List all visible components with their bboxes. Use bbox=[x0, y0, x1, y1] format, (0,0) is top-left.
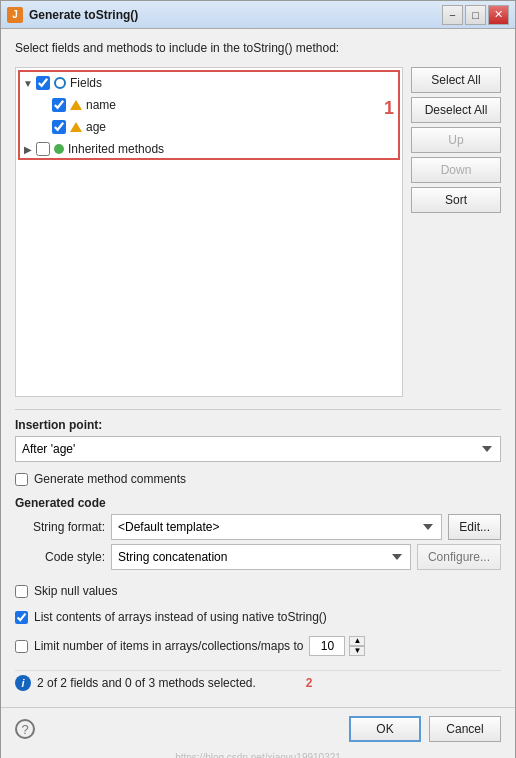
generated-code-label: Generated code bbox=[15, 496, 501, 510]
footer-buttons: OK Cancel bbox=[349, 716, 501, 742]
divider-1 bbox=[15, 409, 501, 410]
status-number-2: 2 bbox=[306, 676, 313, 690]
string-format-select[interactable]: <Default template> Apache Commons Guava bbox=[111, 514, 442, 540]
limit-items-row: Limit number of items in arrays/collecti… bbox=[15, 636, 501, 656]
maximize-button[interactable]: □ bbox=[465, 5, 486, 25]
window-title: Generate toString() bbox=[29, 8, 442, 22]
list-contents-checkbox[interactable] bbox=[15, 611, 28, 624]
side-buttons-panel: Select All Deselect All Up Down Sort bbox=[411, 67, 501, 397]
spinner-up-button[interactable]: ▲ bbox=[349, 636, 365, 646]
code-style-row: Code style: String concatenation StringB… bbox=[15, 544, 501, 570]
status-text-content: 2 of 2 fields and 0 of 3 methods selecte… bbox=[37, 676, 256, 690]
generate-comments-row: Generate method comments bbox=[15, 472, 501, 486]
description-text: Select fields and methods to include in … bbox=[15, 41, 501, 55]
sort-button[interactable]: Sort bbox=[411, 187, 501, 213]
footer-left: ? bbox=[15, 719, 35, 739]
deselect-all-button[interactable]: Deselect All bbox=[411, 97, 501, 123]
tree-panel: ▼ Fields ▶ name ▶ bbox=[15, 67, 403, 397]
footer-bar: ? OK Cancel bbox=[1, 707, 515, 750]
cancel-button[interactable]: Cancel bbox=[429, 716, 501, 742]
status-text: 2 of 2 fields and 0 of 3 methods selecte… bbox=[37, 676, 313, 690]
limit-spinner-input[interactable]: 10 bbox=[309, 636, 345, 656]
label-1: 1 bbox=[384, 98, 394, 119]
skip-null-row: Skip null values bbox=[15, 584, 501, 598]
tree-selection-outline bbox=[18, 70, 400, 160]
edit-button[interactable]: Edit... bbox=[448, 514, 501, 540]
content-area: Select fields and methods to include in … bbox=[1, 29, 515, 707]
select-all-button[interactable]: Select All bbox=[411, 67, 501, 93]
spinner-buttons: ▲ ▼ bbox=[349, 636, 365, 656]
configure-button[interactable]: Configure... bbox=[417, 544, 501, 570]
generate-comments-checkbox[interactable] bbox=[15, 473, 28, 486]
insertion-section: Insertion point: After 'age' At beginnin… bbox=[15, 405, 501, 462]
status-bar: i 2 of 2 fields and 0 of 3 methods selec… bbox=[15, 670, 501, 695]
skip-null-checkbox[interactable] bbox=[15, 585, 28, 598]
window-icon: J bbox=[7, 7, 23, 23]
insertion-point-select[interactable]: After 'age' At beginning At end bbox=[15, 436, 501, 462]
close-button[interactable]: ✕ bbox=[488, 5, 509, 25]
title-bar-buttons: − □ ✕ bbox=[442, 5, 509, 25]
generate-comments-label: Generate method comments bbox=[34, 472, 186, 486]
spinner-row: 10 ▲ ▼ bbox=[309, 636, 365, 656]
limit-items-checkbox[interactable] bbox=[15, 640, 28, 653]
list-contents-label: List contents of arrays instead of using… bbox=[34, 610, 327, 624]
up-button[interactable]: Up bbox=[411, 127, 501, 153]
title-bar: J Generate toString() − □ ✕ bbox=[1, 1, 515, 29]
code-style-select[interactable]: String concatenation StringBuilder Strin… bbox=[111, 544, 411, 570]
code-style-label: Code style: bbox=[15, 550, 105, 564]
limit-items-label: Limit number of items in arrays/collecti… bbox=[34, 639, 303, 653]
skip-null-label: Skip null values bbox=[34, 584, 117, 598]
generated-code-section: Generated code String format: <Default t… bbox=[15, 496, 501, 574]
watermark: https://blog.csdn.net/xiaoyu19910321 bbox=[1, 750, 515, 758]
help-icon[interactable]: ? bbox=[15, 719, 35, 739]
string-format-label: String format: bbox=[15, 520, 105, 534]
down-button[interactable]: Down bbox=[411, 157, 501, 183]
spinner-down-button[interactable]: ▼ bbox=[349, 646, 365, 656]
info-icon: i bbox=[15, 675, 31, 691]
main-area: ▼ Fields ▶ name ▶ bbox=[15, 67, 501, 397]
string-format-row: String format: <Default template> Apache… bbox=[15, 514, 501, 540]
minimize-button[interactable]: − bbox=[442, 5, 463, 25]
main-window: J Generate toString() − □ ✕ Select field… bbox=[0, 0, 516, 758]
list-contents-row: List contents of arrays instead of using… bbox=[15, 610, 501, 624]
ok-button[interactable]: OK bbox=[349, 716, 421, 742]
insertion-label: Insertion point: bbox=[15, 418, 501, 432]
